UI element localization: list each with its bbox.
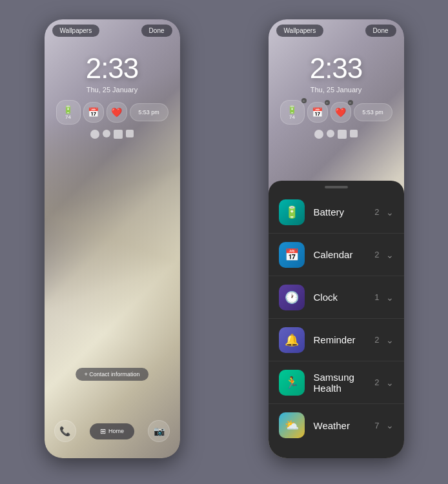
home-icon: ⊞	[100, 427, 106, 436]
phone-screen-right: Wallpapers Done 2:33 Thu, 25 January 🔋 7…	[269, 19, 404, 458]
weather-count: 7	[374, 421, 379, 430]
lock-screen-left: 2:33 Thu, 25 January 🔋 74 📅 ❤️ 5:53 pm	[45, 39, 180, 139]
list-item-battery[interactable]: 🔋 Battery 2 ⌄	[269, 191, 404, 234]
clock-chevron-icon: ⌄	[386, 292, 394, 303]
widgets-row-left: 🔋 74 📅 ❤️ 5:53 pm	[45, 100, 180, 125]
home-label: Home	[108, 428, 124, 434]
health-icon-symbol: 🏃	[285, 376, 299, 390]
list-item-weather[interactable]: ⛅ Weather 7 ⌄	[269, 404, 404, 447]
health-label: Samsung Health	[314, 372, 375, 394]
phone-screen-left: Wallpapers Done 2:33 Thu, 25 January 🔋 7…	[45, 19, 180, 458]
health-chevron-icon: ⌄	[386, 378, 394, 388]
clock-count: 1	[374, 292, 379, 302]
date-right: Thu, 25 January	[269, 86, 404, 94]
notif-icon-3	[114, 130, 123, 139]
battery-count: 2	[374, 207, 379, 217]
wallpapers-button-left[interactable]: Wallpapers	[52, 25, 100, 37]
list-item-clock[interactable]: 🕐 Clock 1 ⌄	[269, 276, 404, 319]
weather-label: Weather	[314, 420, 375, 431]
wallpapers-button-right[interactable]: Wallpapers	[276, 25, 324, 37]
top-bar-left: Wallpapers Done	[45, 19, 180, 39]
panel-handle	[325, 186, 348, 188]
lock-screen-right: 2:33 Thu, 25 January 🔋 74 − 📅 − ❤️ − 5:5…	[269, 39, 404, 139]
time-left: 2:33	[45, 52, 180, 85]
home-button[interactable]: ⊞ Home	[90, 423, 134, 439]
notif-icon-r3	[338, 130, 347, 139]
calendar-icon: 📅	[279, 242, 305, 268]
calendar-label: Calendar	[314, 249, 375, 260]
notif-icon-r4	[350, 130, 358, 137]
battery-icon: 🔋	[279, 199, 305, 225]
widget-panel: 🔋 Battery 2 ⌄ 📅 Calendar 2 ⌄ 🕐 C	[269, 181, 404, 458]
calendar-chevron-icon: ⌄	[386, 250, 394, 260]
list-item-samsung-health[interactable]: 🏃 Samsung Health 2 ⌄	[269, 361, 404, 404]
battery-widget-left[interactable]: 🔋 74	[56, 100, 81, 125]
right-panel: Wallpapers Done 2:33 Thu, 25 January 🔋 7…	[224, 0, 448, 484]
reminder-icon-symbol: 🔔	[285, 333, 299, 347]
health-widget-right[interactable]: ❤️ −	[331, 102, 351, 123]
reminder-label: Reminder	[314, 334, 375, 345]
reminder-chevron-icon: ⌄	[386, 335, 394, 345]
phone-button[interactable]: 📞	[54, 420, 76, 442]
date-left: Thu, 25 January	[45, 86, 180, 94]
health-widget-left[interactable]: ❤️	[107, 102, 127, 123]
weather-icon-symbol: ⛅	[285, 418, 299, 432]
contact-info-button[interactable]: + Contact information	[76, 368, 149, 381]
notif-icon-r2	[327, 130, 334, 137]
notif-icon-r1	[314, 130, 323, 139]
left-panel: Wallpapers Done 2:33 Thu, 25 January 🔋 7…	[0, 0, 224, 484]
camera-button[interactable]: 📷	[148, 420, 170, 442]
clock-icon-symbol: 🕐	[285, 290, 299, 305]
health-count: 2	[374, 378, 379, 387]
notification-icons-right	[269, 130, 404, 139]
notif-icon-2	[103, 130, 110, 137]
list-item-reminder[interactable]: 🔔 Reminder 2 ⌄	[269, 319, 404, 361]
notif-icon-1	[90, 130, 99, 139]
widgets-row-right: 🔋 74 − 📅 − ❤️ − 5:53 pm	[269, 100, 404, 125]
battery-icon-symbol: 🔋	[285, 205, 299, 219]
calendar-widget-left[interactable]: 📅	[83, 102, 104, 123]
calendar-icon-symbol: 📅	[285, 248, 299, 262]
camera-icon: 📷	[154, 426, 165, 436]
battery-chevron-icon: ⌄	[386, 207, 394, 217]
weather-icon: ⛅	[279, 412, 305, 438]
done-button-right[interactable]: Done	[365, 25, 396, 37]
notification-icons-left	[45, 130, 180, 139]
clock-widget-right[interactable]: 5:53 pm	[354, 103, 392, 121]
notif-icon-4	[126, 130, 134, 137]
top-bar-right: Wallpapers Done	[269, 19, 404, 39]
bottom-nav-left: 📞 ⊞ Home 📷	[54, 420, 170, 442]
clock-label: Clock	[314, 292, 375, 303]
clock-widget-left[interactable]: 5:53 pm	[130, 103, 168, 121]
reminder-count: 2	[374, 335, 379, 345]
clock-icon: 🕐	[279, 285, 305, 310]
done-button-left[interactable]: Done	[141, 25, 172, 37]
calendar-count: 2	[374, 250, 379, 259]
list-item-calendar[interactable]: 📅 Calendar 2 ⌄	[269, 234, 404, 276]
time-right: 2:33	[269, 52, 404, 85]
health-icon: 🏃	[279, 370, 305, 396]
weather-chevron-icon: ⌄	[386, 420, 394, 430]
battery-label: Battery	[314, 207, 375, 217]
reminder-icon: 🔔	[279, 327, 305, 353]
battery-widget-right[interactable]: 🔋 74 −	[280, 100, 305, 125]
phone-icon: 📞	[59, 426, 70, 436]
calendar-widget-right[interactable]: 📅 −	[307, 102, 328, 123]
